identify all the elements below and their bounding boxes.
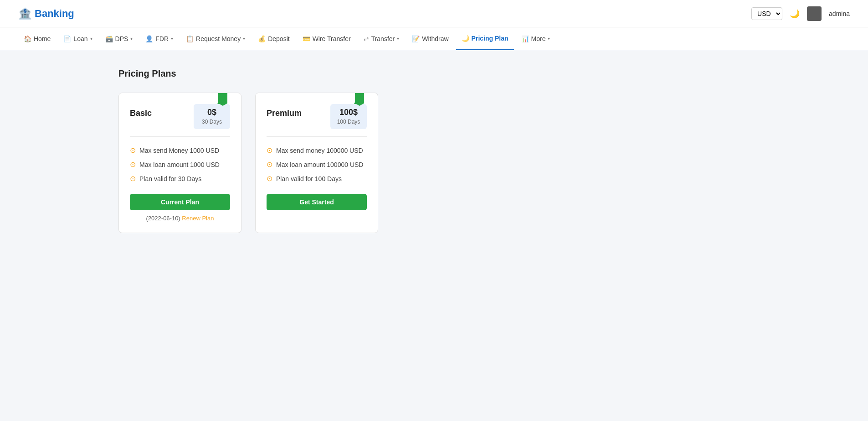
- avatar: [807, 6, 822, 21]
- dark-mode-icon[interactable]: 🌙: [790, 9, 800, 19]
- check-icon-premium-1: ⊙: [267, 160, 272, 169]
- nav-transfer[interactable]: ⇄ Transfer ▾: [358, 27, 405, 50]
- renew-section: (2022-06-10) Renew Plan: [130, 215, 230, 222]
- transfer-icon: ⇄: [364, 35, 369, 42]
- check-icon-basic-0: ⊙: [130, 146, 136, 155]
- page-title: Pricing Plans: [118, 68, 750, 79]
- username: admina: [829, 10, 850, 17]
- logo[interactable]: 🏦 Banking: [18, 7, 74, 20]
- fdr-chevron: ▾: [171, 36, 173, 41]
- check-icon-premium-0: ⊙: [267, 146, 272, 155]
- header: 🏦 Banking USD EUR GBP 🌙 admina: [0, 0, 868, 27]
- nav-wire-transfer[interactable]: 💳 Wire Transfer: [297, 27, 356, 50]
- feature-basic-2: ⊙ Plan valid for 30 Days: [130, 174, 230, 183]
- check-icon-basic-2: ⊙: [130, 174, 136, 183]
- feature-premium-1: ⊙ Max loan amount 100000 USD: [267, 160, 367, 169]
- feature-text-basic-1: Max loan amount 1000 USD: [139, 161, 220, 168]
- nav-request-money[interactable]: 📋 Request Money ▾: [180, 27, 251, 50]
- plan-days-basic: 30 Days: [202, 119, 222, 125]
- logo-icon: 🏦: [18, 7, 32, 20]
- features-list-basic: ⊙ Max send Money 1000 USD ⊙ Max loan amo…: [130, 146, 230, 183]
- fdr-icon: 👤: [145, 35, 153, 42]
- nav-loan-label: Loan: [73, 35, 87, 42]
- renew-link[interactable]: Renew Plan: [182, 215, 214, 222]
- logo-text: Banking: [35, 8, 74, 20]
- feature-text-basic-2: Plan valid for 30 Days: [139, 175, 201, 182]
- header-right: USD EUR GBP 🌙 admina: [751, 6, 850, 21]
- deposit-icon: 💰: [258, 35, 266, 42]
- dps-chevron: ▾: [130, 36, 133, 41]
- request-money-chevron: ▾: [243, 36, 245, 41]
- feature-basic-0: ⊙ Max send Money 1000 USD: [130, 146, 230, 155]
- home-icon: 🏠: [24, 35, 31, 42]
- feature-basic-1: ⊙ Max loan amount 1000 USD: [130, 160, 230, 169]
- plans-container: Basic 0$ 30 Days ⊙ Max send Money 1000 U…: [118, 93, 750, 233]
- avatar-image: [807, 6, 822, 21]
- plan-days-premium: 100 Days: [337, 119, 360, 125]
- nav-home[interactable]: 🏠 Home: [18, 27, 56, 50]
- nav-dps-label: DPS: [115, 35, 128, 42]
- plan-name-basic: Basic: [130, 109, 152, 118]
- nav-fdr[interactable]: 👤 FDR ▾: [140, 27, 179, 50]
- main-content: Pricing Plans Basic 0$ 30 Days ⊙ Max sen…: [0, 50, 868, 251]
- check-icon-basic-1: ⊙: [130, 160, 136, 169]
- feature-text-premium-1: Max loan amount 100000 USD: [276, 161, 363, 168]
- nav-withdraw[interactable]: 📝 Withdraw: [406, 27, 454, 50]
- check-icon-premium-2: ⊙: [267, 174, 272, 183]
- feature-text-premium-2: Plan valid for 100 Days: [276, 175, 342, 182]
- pricing-plan-icon: 🌙: [462, 35, 469, 42]
- nav-wire-transfer-label: Wire Transfer: [313, 35, 351, 42]
- nav-transfer-label: Transfer: [371, 35, 395, 42]
- plan-price-badge-premium: 100$ 100 Days: [330, 104, 367, 129]
- loan-chevron: ▾: [90, 36, 92, 41]
- plan-card-basic: Basic 0$ 30 Days ⊙ Max send Money 1000 U…: [118, 93, 241, 233]
- plan-card-premium: Premium 100$ 100 Days ⊙ Max send money 1…: [255, 93, 378, 233]
- feature-text-basic-0: Max send Money 1000 USD: [139, 147, 219, 154]
- nav-pricing-plan[interactable]: 🌙 Pricing Plan: [456, 27, 514, 50]
- feature-text-premium-0: Max send money 100000 USD: [276, 147, 363, 154]
- plan-price-basic: 0$: [200, 108, 224, 117]
- currency-select[interactable]: USD EUR GBP: [751, 7, 782, 20]
- plan-header-premium: Premium 100$ 100 Days: [267, 104, 367, 137]
- renew-date: (2022-06-10): [146, 215, 180, 222]
- plan-name-premium: Premium: [267, 109, 302, 118]
- ribbon-basic: [218, 93, 227, 106]
- feature-premium-0: ⊙ Max send money 100000 USD: [267, 146, 367, 155]
- nav-deposit[interactable]: 💰 Deposit: [252, 27, 295, 50]
- request-money-icon: 📋: [186, 35, 194, 42]
- dps-icon: 🗃️: [105, 35, 113, 42]
- feature-premium-2: ⊙ Plan valid for 100 Days: [267, 174, 367, 183]
- transfer-chevron: ▾: [397, 36, 399, 41]
- withdraw-icon: 📝: [412, 35, 420, 42]
- get-started-button[interactable]: Get Started: [267, 194, 367, 210]
- current-plan-button[interactable]: Current Plan: [130, 194, 230, 210]
- nav-deposit-label: Deposit: [268, 35, 289, 42]
- loan-icon: 📄: [63, 35, 71, 42]
- plan-price-premium: 100$: [337, 108, 360, 117]
- nav-pricing-plan-label: Pricing Plan: [472, 35, 508, 42]
- features-list-premium: ⊙ Max send money 100000 USD ⊙ Max loan a…: [267, 146, 367, 183]
- nav-loan[interactable]: 📄 Loan ▾: [58, 27, 98, 50]
- nav-withdraw-label: Withdraw: [422, 35, 448, 42]
- nav-request-money-label: Request Money: [196, 35, 241, 42]
- more-icon: 📊: [521, 35, 529, 42]
- wire-transfer-icon: 💳: [303, 35, 310, 42]
- plan-header-basic: Basic 0$ 30 Days: [130, 104, 230, 137]
- nav-more[interactable]: 📊 More ▾: [516, 27, 556, 50]
- plan-price-badge-basic: 0$ 30 Days: [194, 104, 230, 129]
- nav-fdr-label: FDR: [155, 35, 169, 42]
- nav-more-label: More: [531, 35, 546, 42]
- nav-dps[interactable]: 🗃️ DPS ▾: [100, 27, 139, 50]
- more-chevron: ▾: [548, 36, 550, 41]
- ribbon-premium: [355, 93, 364, 106]
- navbar: 🏠 Home 📄 Loan ▾ 🗃️ DPS ▾ 👤 FDR ▾ 📋 Reque…: [0, 27, 868, 50]
- nav-home-label: Home: [34, 35, 51, 42]
